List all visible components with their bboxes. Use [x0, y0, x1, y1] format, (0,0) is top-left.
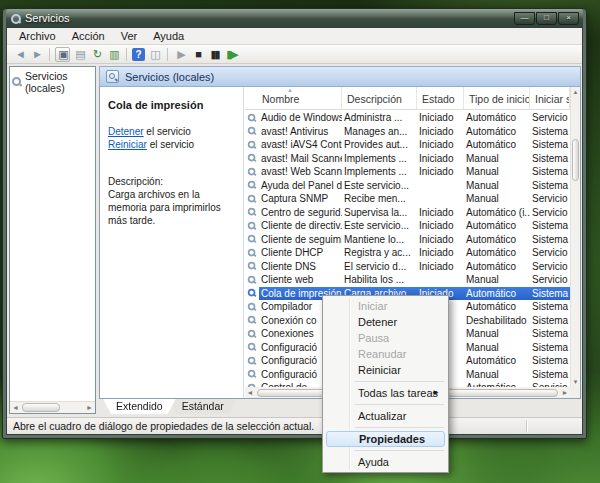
service-row[interactable]: avast! Mail Scanner Implements ... Inici…: [245, 152, 570, 166]
tab-estandar[interactable]: Estándar: [169, 399, 237, 414]
menu-archivo[interactable]: Archivo: [11, 28, 64, 44]
minimize-button[interactable]: —: [514, 12, 535, 25]
scroll-right-icon[interactable]: ►: [560, 389, 570, 396]
context-menu-item-reiniciar[interactable]: Reiniciar: [325, 362, 446, 378]
scrollbar-corner: [570, 387, 580, 398]
service-row[interactable]: avast! iAVS4 Contr... Provides aut... In…: [245, 138, 570, 152]
stop-link-suffix: el servicio: [144, 126, 191, 137]
service-gear-icon: [245, 275, 259, 285]
context-menu-item-propiedades[interactable]: Propiedades: [326, 431, 445, 447]
list-vertical-scrollbar[interactable]: ▲ ▼: [570, 87, 580, 387]
restart-service-link[interactable]: Reiniciar: [108, 139, 147, 150]
services-window: Servicios —□× ArchivoAcciónVerAyuda ◄►▣▤…: [2, 8, 587, 439]
service-row[interactable]: Cliente web Habilita los ... Manual Serv…: [245, 273, 570, 287]
context-menu-item-reanudar[interactable]: Reanudar: [325, 346, 446, 362]
maximize-button[interactable]: □: [536, 12, 557, 25]
menu-separator: [355, 404, 444, 405]
service-gear-icon: [245, 248, 259, 258]
description-label: Descripción:: [108, 175, 235, 188]
scroll-left-icon[interactable]: ◄: [10, 402, 21, 413]
refresh-icon[interactable]: ↻: [89, 47, 104, 62]
desktop: Servicios —□× ArchivoAcciónVerAyuda ◄►▣▤…: [0, 0, 600, 483]
pause-service-icon[interactable]: ▮▮: [207, 47, 222, 62]
services-app-icon: [10, 13, 21, 24]
service-row[interactable]: Audio de Windows Administra ... Iniciado…: [245, 111, 570, 125]
menu-ayuda[interactable]: Ayuda: [145, 28, 192, 44]
scrollbar-thumb[interactable]: [572, 139, 579, 181]
service-gear-icon: [245, 234, 259, 244]
service-row[interactable]: Cliente de seguim... Mantiene lo... Inic…: [245, 233, 570, 247]
scrollbar-thumb[interactable]: [22, 403, 60, 412]
service-row[interactable]: Cliente DNS El servicio d... Iniciado Au…: [245, 260, 570, 274]
restart-service-icon[interactable]: ▮▶: [224, 47, 239, 62]
window-body: ArchivoAcciónVerAyuda ◄►▣▤↻▥?◫▶■▮▮▮▶ Ser…: [6, 27, 583, 435]
start-service-icon[interactable]: ▶: [173, 47, 188, 62]
service-gear-icon: [245, 356, 259, 366]
close-button[interactable]: ×: [558, 12, 579, 25]
stop-service-icon[interactable]: ■: [190, 47, 205, 62]
toolbar-separator: [126, 48, 127, 61]
column-header-estado[interactable]: Estado: [417, 87, 464, 109]
export-list-icon[interactable]: ▥: [106, 47, 121, 62]
scroll-left-icon[interactable]: ◄: [245, 389, 255, 396]
status-divider: [526, 420, 527, 432]
restart-link-suffix: el servicio: [147, 139, 194, 150]
context-menu-item-actualizar[interactable]: Actualizar: [325, 408, 446, 424]
status-bar: Abre el cuadro de diálogo de propiedades…: [7, 417, 582, 434]
toolbar-separator: [49, 48, 50, 61]
back-icon[interactable]: ◄: [12, 47, 27, 62]
context-menu-item-iniciar[interactable]: Iniciar: [325, 298, 446, 314]
services-icon: [12, 77, 22, 87]
service-row[interactable]: Centro de segurid... Supervisa la... Ini…: [245, 206, 570, 220]
service-gear-icon: [245, 315, 259, 325]
service-gear-icon: [245, 342, 259, 352]
scroll-right-icon[interactable]: ►: [84, 402, 95, 413]
context-menu-item-pausa[interactable]: Pausa: [325, 330, 446, 346]
tab-extendido[interactable]: Extendido: [103, 399, 176, 414]
new-window-icon[interactable]: ▤: [72, 47, 87, 62]
context-menu-item-ayuda[interactable]: Ayuda: [325, 454, 446, 470]
status-text: Abre el cuadro de diálogo de propiedades…: [13, 420, 314, 432]
extended-info-pane: Cola de impresión Detener el servicio Re…: [100, 87, 244, 398]
service-gear-icon: [245, 153, 259, 163]
help-icon[interactable]: ?: [132, 48, 145, 61]
tool-bar: ◄►▣▤↻▥?◫▶■▮▮▮▶: [7, 45, 582, 64]
service-row[interactable]: avast! Antivirus Manages an... Iniciado …: [245, 125, 570, 139]
menu-acción[interactable]: Acción: [64, 28, 113, 44]
column-header-descripcion[interactable]: Descripción: [342, 87, 417, 109]
service-gear-icon: [245, 140, 259, 150]
service-row[interactable]: Cliente DHCP Registra y ac... Iniciado A…: [245, 246, 570, 260]
forward-icon[interactable]: ►: [29, 47, 44, 62]
service-gear-icon: [245, 113, 259, 123]
column-header-tipo-de-inicio[interactable]: Tipo de inicio: [464, 87, 530, 109]
service-row[interactable]: Cliente de directiv... Este servicio... …: [245, 219, 570, 233]
toolbar-separator: [167, 48, 168, 61]
window-title: Servicios: [25, 12, 70, 24]
tree-item-servicios-locales[interactable]: Servicios (locales): [10, 67, 95, 97]
context-menu-item-detener[interactable]: Detener: [325, 314, 446, 330]
stop-service-link[interactable]: Detener: [108, 126, 144, 137]
service-gear-icon: [245, 221, 259, 231]
console-content: Servicios (locales) ◄ ► Servicios (local…: [7, 64, 582, 417]
column-header-nombre[interactable]: ▲Nombre: [245, 87, 342, 109]
service-gear-icon: [245, 369, 259, 379]
scroll-up-icon[interactable]: ▲: [571, 89, 580, 95]
tree-horizontal-scrollbar[interactable]: ◄ ►: [10, 401, 95, 413]
service-row[interactable]: Ayuda del Panel d... Este servicio... Ma…: [245, 179, 570, 193]
context-menu-item-todas-las-tareas[interactable]: Todas las tareas►: [325, 385, 446, 401]
column-header-iniciar-sesion[interactable]: Iniciar sesió: [530, 87, 570, 109]
service-gear-icon: [245, 194, 259, 204]
menu-ver[interactable]: Ver: [113, 28, 146, 44]
band-title: Servicios (locales): [125, 71, 214, 83]
window-controls: —□×: [514, 12, 579, 25]
show-console-window-icon[interactable]: ▣: [55, 47, 70, 62]
title-bar[interactable]: Servicios —□×: [6, 9, 583, 27]
submenu-arrow-icon: ►: [432, 385, 440, 401]
show-hide-tree-icon[interactable]: ◫: [147, 47, 162, 62]
scroll-down-icon[interactable]: ▼: [571, 379, 580, 385]
service-row[interactable]: Captura SNMP Recibe men... Manual Servic…: [245, 192, 570, 206]
service-action-links: Detener el servicio Reiniciar el servici…: [108, 125, 235, 151]
list-header: ▲Nombre Descripción Estado Tipo de inici…: [245, 87, 570, 110]
service-gear-icon: [245, 261, 259, 271]
service-row[interactable]: avast! Web Scanner Implements ... Inicia…: [245, 165, 570, 179]
